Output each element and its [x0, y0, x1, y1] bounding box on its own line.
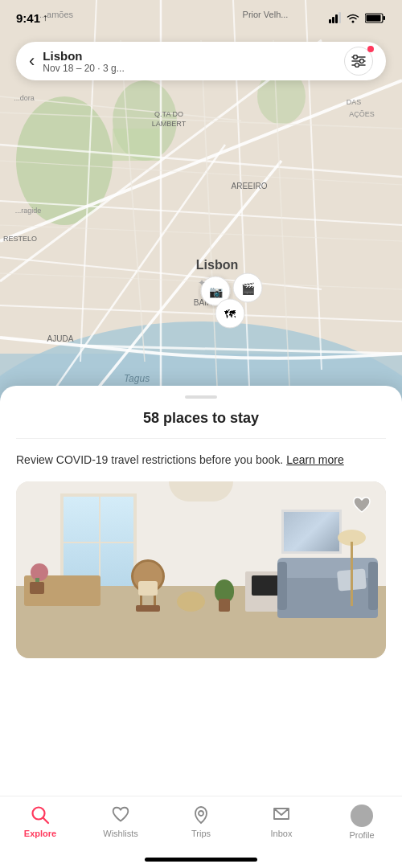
heart-icon	[351, 494, 373, 517]
svg-text:🎬: 🎬	[241, 282, 256, 296]
svg-rect-2	[367, 14, 381, 21]
svg-point-59	[360, 59, 364, 63]
wifi-icon	[346, 12, 360, 23]
svg-text:Lisbon: Lisbon	[196, 258, 238, 272]
covid-text: Review COVID-19 travel restrictions befo…	[16, 453, 283, 466]
svg-text:RESTELO: RESTELO	[3, 235, 37, 243]
wall-art	[281, 510, 342, 554]
nav-item-inbox[interactable]: Inbox	[241, 805, 322, 838]
inbox-label: Inbox	[271, 829, 293, 838]
search-bar[interactable]: ‹ Lisbon Nov 18 – 20 · 3 g...	[16, 42, 386, 80]
nav-item-explore[interactable]: Explore	[0, 805, 80, 838]
covid-notice: Review COVID-19 travel restrictions befo…	[0, 439, 402, 469]
location-arrow-icon: ↑	[43, 12, 47, 23]
svg-line-62	[43, 818, 48, 823]
svg-text:AREEIRO: AREEIRO	[231, 182, 267, 190]
wishlist-button[interactable]	[347, 491, 376, 520]
battery-icon	[365, 13, 386, 23]
svg-text:Q.TA DO: Q.TA DO	[154, 110, 183, 118]
svg-text:DAS: DAS	[347, 98, 362, 106]
listing-card[interactable]	[16, 481, 386, 658]
search-location: Lisbon	[43, 49, 344, 63]
stool	[177, 592, 205, 612]
learn-more-link[interactable]: Learn more	[286, 453, 344, 466]
back-button[interactable]: ‹	[29, 51, 35, 72]
inbox-icon	[271, 805, 292, 825]
wishlists-label: Wishlists	[103, 829, 137, 838]
svg-text:LAMBERT: LAMBERT	[152, 120, 187, 128]
svg-text:Tagus: Tagus	[124, 373, 150, 384]
profile-label: Profile	[349, 830, 374, 840]
plant	[213, 579, 236, 612]
svg-point-58	[354, 55, 358, 59]
svg-text:✦: ✦	[198, 277, 206, 289]
room-interior	[16, 481, 386, 658]
svg-point-60	[355, 63, 359, 68]
avatar	[351, 805, 373, 827]
search-dates: Nov 18 – 20 · 3 g...	[43, 63, 344, 74]
floor-lamp	[338, 530, 370, 610]
trips-label: Trips	[191, 829, 211, 838]
filter-active-dot	[367, 46, 374, 52]
signal-icon	[329, 12, 341, 23]
explore-icon	[30, 805, 51, 825]
flowers	[28, 563, 51, 594]
svg-text:🗺: 🗺	[224, 308, 236, 321]
nav-item-wishlists[interactable]: Wishlists	[80, 805, 161, 838]
trips-icon	[191, 805, 211, 825]
svg-rect-3	[384, 16, 386, 20]
sheet-handle	[185, 395, 217, 399]
svg-text:...dora: ...dora	[14, 94, 35, 102]
svg-point-7	[16, 96, 113, 225]
svg-text:AJUDA: AJUDA	[47, 334, 74, 343]
search-text: Lisbon Nov 18 – 20 · 3 g...	[43, 49, 344, 74]
svg-text:...ragide: ...ragide	[15, 207, 42, 215]
svg-point-0	[352, 21, 355, 23]
nav-item-profile[interactable]: Profile	[322, 805, 402, 840]
svg-text:AÇÕES: AÇÕES	[349, 110, 375, 118]
home-indicator	[145, 858, 257, 862]
cushion	[138, 581, 158, 596]
status-time: 9:41 ↑	[16, 11, 47, 25]
status-icons	[329, 12, 386, 23]
listing-image	[16, 481, 386, 658]
wishlists-icon	[110, 805, 131, 825]
explore-label: Explore	[24, 829, 56, 838]
places-count: 58 places to stay	[0, 410, 402, 427]
status-bar: 9:41 ↑	[0, 0, 402, 35]
svg-text:📷: 📷	[209, 285, 224, 299]
filter-button[interactable]	[344, 47, 373, 76]
filter-icon	[351, 55, 366, 68]
ceiling-light	[169, 481, 233, 502]
nav-item-trips[interactable]: Trips	[161, 805, 241, 838]
